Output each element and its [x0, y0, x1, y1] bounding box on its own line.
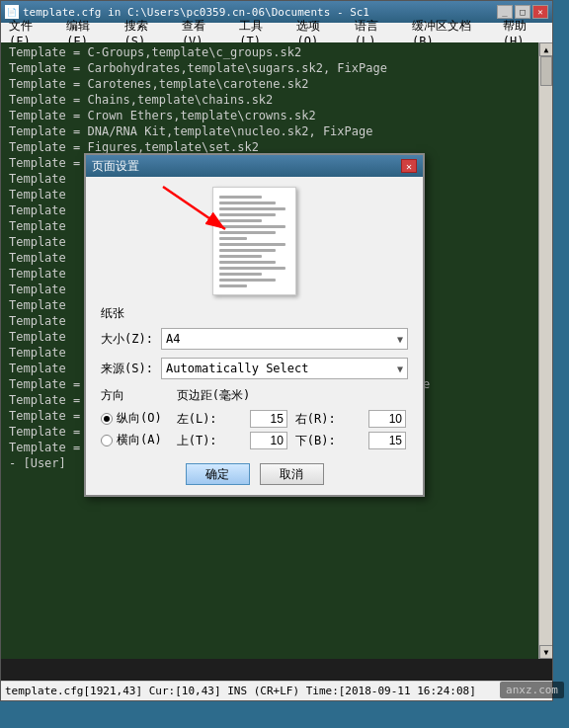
dialog-overlay: 页面设置 ✕ — [0, 0, 569, 728]
preview-line — [219, 207, 285, 210]
paper-source-row: 来源(S): Automatically Select ▼ — [101, 358, 408, 379]
preview-line — [219, 284, 247, 287]
preview-line — [219, 231, 276, 234]
portrait-radio[interactable] — [101, 413, 113, 425]
preview-line — [219, 273, 262, 276]
preview-line — [219, 279, 276, 282]
portrait-label: 纵向(O) — [117, 410, 162, 427]
dialog-close-button[interactable]: ✕ — [401, 159, 417, 173]
preview-line — [219, 219, 262, 222]
paper-source-select[interactable]: Automatically Select ▼ — [161, 358, 408, 379]
preview-area — [101, 187, 408, 295]
left-margin-input[interactable] — [250, 410, 287, 428]
page-preview — [212, 187, 296, 295]
size-label: 大小(Z): — [101, 331, 155, 348]
right-margin-label: 右(R): — [295, 411, 363, 428]
paper-size-value: A4 — [166, 332, 180, 346]
dropdown-arrow-icon: ▼ — [397, 364, 403, 374]
landscape-label: 横向(A) — [117, 432, 162, 448]
bottom-margin-input[interactable] — [368, 432, 406, 449]
top-margin-input[interactable] — [250, 432, 287, 449]
dialog-buttons: 确定 取消 — [101, 463, 408, 485]
preview-line — [219, 261, 276, 264]
dialog-title-label: 页面设置 — [92, 158, 139, 175]
margins-section: 页边距(毫米) 左(L): 右(R): 上(T): 下(B): — [177, 387, 408, 453]
margins-grid: 左(L): 右(R): 上(T): 下(B): — [177, 410, 408, 449]
preview-line — [219, 225, 285, 228]
right-margin-input[interactable] — [368, 410, 406, 428]
preview-line — [219, 267, 285, 270]
source-label: 来源(S): — [101, 361, 155, 377]
orientation-title: 方向 — [101, 387, 162, 404]
landscape-radio-row[interactable]: 横向(A) — [101, 432, 162, 448]
dialog-content: 纸张 大小(Z): A4 ▼ 来源(S): Automatically Sele… — [86, 177, 423, 495]
preview-line — [219, 237, 247, 240]
paper-size-select[interactable]: A4 ▼ — [161, 328, 408, 350]
paper-source-value: Automatically Select — [166, 362, 309, 375]
preview-line — [219, 213, 276, 216]
bottom-margin-label: 下(B): — [295, 433, 363, 449]
cancel-button[interactable]: 取消 — [260, 463, 324, 485]
top-margin-label: 上(T): — [177, 433, 244, 449]
ok-button[interactable]: 确定 — [186, 463, 250, 485]
preview-line — [219, 249, 276, 252]
preview-line — [219, 255, 262, 258]
preview-lines — [213, 188, 295, 295]
paper-section-label: 纸张 — [101, 305, 408, 322]
dialog-title-bar: 页面设置 ✕ — [86, 155, 423, 177]
orientation-margins-section: 方向 纵向(O) 横向(A) 页边距(毫米) 左(L): — [101, 387, 408, 453]
preview-line — [219, 243, 285, 246]
preview-line — [219, 196, 262, 199]
orientation-section: 方向 纵向(O) 横向(A) — [101, 387, 162, 453]
paper-size-row: 大小(Z): A4 ▼ — [101, 328, 408, 350]
left-margin-label: 左(L): — [177, 411, 244, 428]
margins-title: 页边距(毫米) — [177, 387, 408, 404]
dropdown-arrow-icon: ▼ — [397, 334, 403, 345]
page-setup-dialog: 页面设置 ✕ — [84, 153, 425, 497]
portrait-radio-row[interactable]: 纵向(O) — [101, 410, 162, 427]
preview-line — [219, 202, 276, 204]
preview-container — [212, 187, 296, 295]
landscape-radio[interactable] — [101, 435, 113, 446]
